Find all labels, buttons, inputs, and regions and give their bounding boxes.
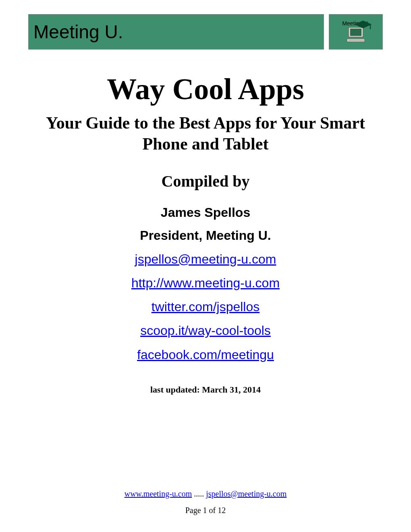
- svg-rect-4: [347, 39, 365, 42]
- last-updated: last updated: March 31, 2014: [28, 384, 383, 395]
- document-title: Way Cool Apps: [28, 74, 383, 105]
- author-scoopit-link[interactable]: scoop.it/way-cool-tools: [28, 319, 383, 343]
- author-name: James Spellos: [28, 201, 383, 224]
- page-number: Page 1 of 12: [0, 506, 411, 515]
- svg-rect-1: [370, 25, 371, 29]
- svg-marker-0: [354, 21, 372, 28]
- banner-left: Meeting U.: [28, 14, 324, 50]
- author-twitter-link[interactable]: twitter.com/jspellos: [28, 295, 383, 319]
- author-website-link[interactable]: http://www.meeting-u.com: [28, 271, 383, 295]
- graduation-cap-icon: [353, 17, 373, 34]
- footer-separator: .....: [194, 489, 204, 498]
- footer-email-link[interactable]: jspellos@meeting-u.com: [206, 489, 286, 498]
- header-banner: Meeting U. Meeting U.: [28, 14, 383, 50]
- author-facebook-link[interactable]: facebook.com/meetingu: [28, 343, 383, 367]
- author-email-link[interactable]: jspellos@meeting-u.com: [28, 247, 383, 271]
- document-page: Meeting U. Meeting U. Way Cool Apps Your…: [0, 0, 411, 532]
- page-footer: www.meeting-u.com ..... jspellos@meeting…: [0, 489, 411, 515]
- document-subtitle: Your Guide to the Best Apps for Your Sma…: [28, 112, 383, 155]
- footer-website-link[interactable]: www.meeting-u.com: [125, 489, 192, 498]
- banner-title: Meeting U.: [33, 21, 123, 43]
- author-title: President, Meeting U.: [28, 224, 383, 247]
- banner-right-logo: Meeting U.: [329, 14, 383, 50]
- compiled-by-label: Compiled by: [28, 172, 383, 191]
